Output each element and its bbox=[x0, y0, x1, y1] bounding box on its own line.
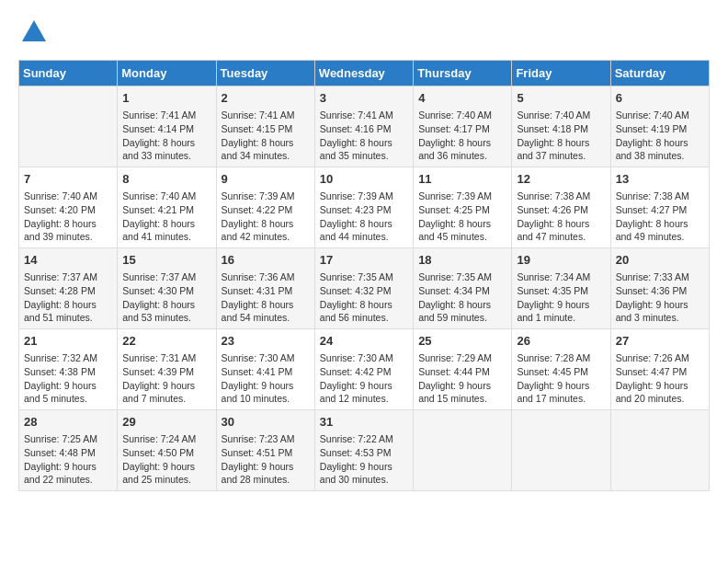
day-info: Sunrise: 7:30 AM Sunset: 4:41 PM Dayligh… bbox=[222, 351, 310, 406]
day-number: 26 bbox=[517, 333, 605, 350]
day-header-thursday: Thursday bbox=[414, 61, 512, 86]
calendar-cell-w2-d5: 19Sunrise: 7:34 AM Sunset: 4:35 PM Dayli… bbox=[512, 248, 610, 329]
calendar-cell-w4-d5 bbox=[512, 409, 610, 490]
day-info: Sunrise: 7:26 AM Sunset: 4:47 PM Dayligh… bbox=[616, 351, 704, 406]
calendar-cell-w3-d6: 27Sunrise: 7:26 AM Sunset: 4:47 PM Dayli… bbox=[610, 329, 709, 410]
calendar-cell-w0-d6: 6Sunrise: 7:40 AM Sunset: 4:19 PM Daylig… bbox=[610, 86, 709, 167]
day-number: 29 bbox=[122, 414, 210, 431]
day-number: 25 bbox=[418, 333, 506, 350]
page-header bbox=[18, 18, 710, 51]
day-info: Sunrise: 7:39 AM Sunset: 4:23 PM Dayligh… bbox=[320, 190, 408, 244]
calendar-cell-w1-d5: 12Sunrise: 7:38 AM Sunset: 4:26 PM Dayli… bbox=[512, 167, 610, 248]
day-number: 31 bbox=[320, 414, 408, 431]
day-number: 1 bbox=[122, 90, 210, 107]
calendar-cell-w0-d2: 2Sunrise: 7:41 AM Sunset: 4:15 PM Daylig… bbox=[216, 86, 314, 167]
day-number: 22 bbox=[122, 333, 210, 350]
logo-icon bbox=[20, 18, 48, 46]
day-info: Sunrise: 7:39 AM Sunset: 4:22 PM Dayligh… bbox=[222, 190, 310, 244]
day-number: 24 bbox=[320, 333, 408, 350]
day-info: Sunrise: 7:38 AM Sunset: 4:26 PM Dayligh… bbox=[517, 190, 605, 244]
calendar-cell-w0-d1: 1Sunrise: 7:41 AM Sunset: 4:14 PM Daylig… bbox=[118, 86, 216, 167]
day-number: 11 bbox=[418, 171, 506, 188]
day-info: Sunrise: 7:31 AM Sunset: 4:39 PM Dayligh… bbox=[122, 351, 210, 406]
day-number: 20 bbox=[616, 252, 704, 269]
day-info: Sunrise: 7:41 AM Sunset: 4:14 PM Dayligh… bbox=[122, 109, 210, 163]
calendar-cell-w4-d4 bbox=[414, 409, 512, 490]
day-info: Sunrise: 7:25 AM Sunset: 4:48 PM Dayligh… bbox=[24, 432, 112, 487]
calendar-cell-w3-d3: 24Sunrise: 7:30 AM Sunset: 4:42 PM Dayli… bbox=[314, 329, 413, 410]
day-info: Sunrise: 7:40 AM Sunset: 4:19 PM Dayligh… bbox=[616, 109, 704, 163]
calendar-cell-w2-d3: 17Sunrise: 7:35 AM Sunset: 4:32 PM Dayli… bbox=[314, 248, 413, 329]
day-info: Sunrise: 7:40 AM Sunset: 4:21 PM Dayligh… bbox=[122, 190, 210, 244]
day-info: Sunrise: 7:29 AM Sunset: 4:44 PM Dayligh… bbox=[418, 351, 506, 406]
day-info: Sunrise: 7:38 AM Sunset: 4:27 PM Dayligh… bbox=[616, 190, 704, 244]
day-number: 27 bbox=[616, 333, 704, 350]
day-number: 9 bbox=[222, 171, 310, 188]
day-number: 23 bbox=[222, 333, 310, 350]
calendar-cell-w4-d3: 31Sunrise: 7:22 AM Sunset: 4:53 PM Dayli… bbox=[314, 409, 413, 490]
day-number: 14 bbox=[24, 252, 112, 269]
calendar-cell-w0-d0 bbox=[19, 86, 118, 167]
calendar-cell-w3-d1: 22Sunrise: 7:31 AM Sunset: 4:39 PM Dayli… bbox=[118, 329, 216, 410]
day-number: 15 bbox=[122, 252, 210, 269]
day-info: Sunrise: 7:35 AM Sunset: 4:32 PM Dayligh… bbox=[320, 270, 408, 325]
calendar-cell-w1-d4: 11Sunrise: 7:39 AM Sunset: 4:25 PM Dayli… bbox=[414, 167, 512, 248]
day-number: 30 bbox=[222, 414, 310, 431]
day-info: Sunrise: 7:30 AM Sunset: 4:42 PM Dayligh… bbox=[320, 351, 408, 406]
calendar-cell-w0-d4: 4Sunrise: 7:40 AM Sunset: 4:17 PM Daylig… bbox=[414, 86, 512, 167]
calendar-cell-w3-d5: 26Sunrise: 7:28 AM Sunset: 4:45 PM Dayli… bbox=[512, 329, 610, 410]
day-info: Sunrise: 7:41 AM Sunset: 4:15 PM Dayligh… bbox=[222, 109, 310, 163]
day-info: Sunrise: 7:35 AM Sunset: 4:34 PM Dayligh… bbox=[418, 270, 506, 325]
calendar-cell-w2-d0: 14Sunrise: 7:37 AM Sunset: 4:28 PM Dayli… bbox=[19, 248, 118, 329]
day-number: 3 bbox=[320, 90, 408, 107]
day-header-wednesday: Wednesday bbox=[314, 61, 413, 86]
day-number: 17 bbox=[320, 252, 408, 269]
calendar-cell-w4-d6 bbox=[610, 409, 709, 490]
calendar-table: SundayMondayTuesdayWednesdayThursdayFrid… bbox=[18, 60, 710, 491]
day-info: Sunrise: 7:24 AM Sunset: 4:50 PM Dayligh… bbox=[122, 432, 210, 487]
day-number: 4 bbox=[418, 90, 506, 107]
day-number: 6 bbox=[616, 90, 704, 107]
day-number: 8 bbox=[122, 171, 210, 188]
calendar-cell-w0-d3: 3Sunrise: 7:41 AM Sunset: 4:16 PM Daylig… bbox=[314, 86, 413, 167]
day-number: 10 bbox=[320, 171, 408, 188]
calendar-cell-w3-d4: 25Sunrise: 7:29 AM Sunset: 4:44 PM Dayli… bbox=[414, 329, 512, 410]
day-header-sunday: Sunday bbox=[19, 61, 118, 86]
calendar-cell-w4-d0: 28Sunrise: 7:25 AM Sunset: 4:48 PM Dayli… bbox=[19, 409, 118, 490]
day-info: Sunrise: 7:39 AM Sunset: 4:25 PM Dayligh… bbox=[418, 190, 506, 244]
calendar-cell-w1-d6: 13Sunrise: 7:38 AM Sunset: 4:27 PM Dayli… bbox=[610, 167, 709, 248]
day-number: 16 bbox=[222, 252, 310, 269]
calendar-cell-w2-d6: 20Sunrise: 7:33 AM Sunset: 4:36 PM Dayli… bbox=[610, 248, 709, 329]
calendar-cell-w3-d2: 23Sunrise: 7:30 AM Sunset: 4:41 PM Dayli… bbox=[216, 329, 314, 410]
day-number: 12 bbox=[517, 171, 605, 188]
day-header-friday: Friday bbox=[512, 61, 610, 86]
day-number: 28 bbox=[24, 414, 112, 431]
calendar-cell-w2-d2: 16Sunrise: 7:36 AM Sunset: 4:31 PM Dayli… bbox=[216, 248, 314, 329]
day-number: 19 bbox=[517, 252, 605, 269]
calendar-cell-w0-d5: 5Sunrise: 7:40 AM Sunset: 4:18 PM Daylig… bbox=[512, 86, 610, 167]
day-info: Sunrise: 7:32 AM Sunset: 4:38 PM Dayligh… bbox=[24, 351, 112, 406]
calendar-cell-w1-d2: 9Sunrise: 7:39 AM Sunset: 4:22 PM Daylig… bbox=[216, 167, 314, 248]
calendar-cell-w3-d0: 21Sunrise: 7:32 AM Sunset: 4:38 PM Dayli… bbox=[19, 329, 118, 410]
day-header-tuesday: Tuesday bbox=[216, 61, 314, 86]
calendar-cell-w1-d1: 8Sunrise: 7:40 AM Sunset: 4:21 PM Daylig… bbox=[118, 167, 216, 248]
day-info: Sunrise: 7:37 AM Sunset: 4:28 PM Dayligh… bbox=[24, 270, 112, 325]
day-info: Sunrise: 7:40 AM Sunset: 4:18 PM Dayligh… bbox=[517, 109, 605, 163]
calendar-cell-w4-d1: 29Sunrise: 7:24 AM Sunset: 4:50 PM Dayli… bbox=[118, 409, 216, 490]
day-info: Sunrise: 7:41 AM Sunset: 4:16 PM Dayligh… bbox=[320, 109, 408, 163]
calendar-cell-w4-d2: 30Sunrise: 7:23 AM Sunset: 4:51 PM Dayli… bbox=[216, 409, 314, 490]
calendar-cell-w2-d1: 15Sunrise: 7:37 AM Sunset: 4:30 PM Dayli… bbox=[118, 248, 216, 329]
day-number: 18 bbox=[418, 252, 506, 269]
day-info: Sunrise: 7:28 AM Sunset: 4:45 PM Dayligh… bbox=[517, 351, 605, 406]
day-info: Sunrise: 7:40 AM Sunset: 4:20 PM Dayligh… bbox=[24, 190, 112, 244]
day-number: 2 bbox=[222, 90, 310, 107]
svg-marker-0 bbox=[22, 20, 46, 41]
day-number: 13 bbox=[616, 171, 704, 188]
day-info: Sunrise: 7:22 AM Sunset: 4:53 PM Dayligh… bbox=[320, 432, 408, 487]
calendar-cell-w1-d0: 7Sunrise: 7:40 AM Sunset: 4:20 PM Daylig… bbox=[19, 167, 118, 248]
day-info: Sunrise: 7:37 AM Sunset: 4:30 PM Dayligh… bbox=[122, 270, 210, 325]
day-number: 5 bbox=[517, 90, 605, 107]
day-number: 7 bbox=[24, 171, 112, 188]
calendar-cell-w1-d3: 10Sunrise: 7:39 AM Sunset: 4:23 PM Dayli… bbox=[314, 167, 413, 248]
day-info: Sunrise: 7:40 AM Sunset: 4:17 PM Dayligh… bbox=[418, 109, 506, 163]
